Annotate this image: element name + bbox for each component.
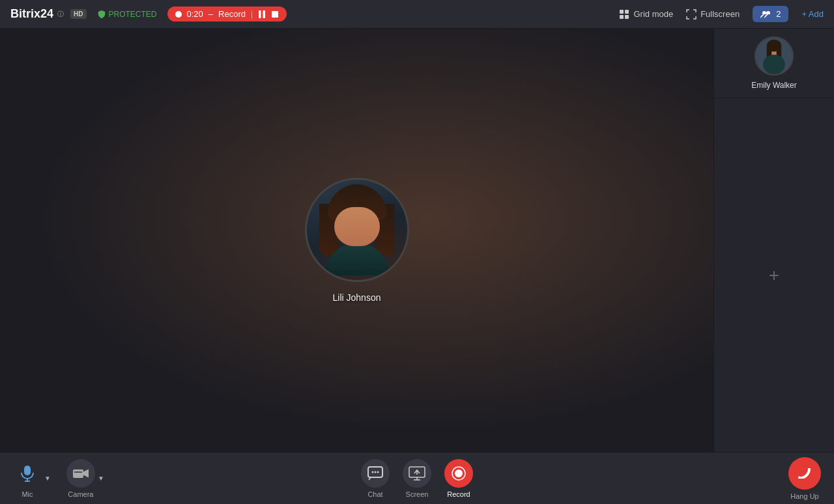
record-dot — [175, 11, 182, 18]
hangup-label: Hang Up — [790, 492, 818, 500]
svg-point-23 — [375, 471, 377, 473]
chat-icon-wrapper — [361, 459, 390, 488]
participants-count: 2 — [776, 9, 781, 19]
main-participant: Lili Johnson — [305, 178, 409, 303]
camera-button[interactable]: Camera — [66, 459, 95, 498]
participant-name: Lili Johnson — [333, 292, 381, 303]
mic-label: Mic — [22, 490, 33, 498]
protected-label: PROTECTED — [109, 10, 157, 19]
main-content: Lili Johnson — [0, 29, 834, 452]
record-label: Record — [218, 9, 246, 19]
topbar-right: Grid mode Fullscreen 2 + Add — [619, 6, 824, 22]
record-button[interactable]: Record — [444, 459, 473, 498]
mic-icon-wrapper — [13, 459, 42, 488]
brand-logo: Bitrix24 ⓘ HD — [10, 7, 87, 21]
svg-rect-1 — [263, 10, 266, 18]
sidebar-participant-emily[interactable]: Emily Walker — [714, 29, 834, 98]
screen-label: Screen — [406, 490, 429, 498]
avatar-person — [324, 184, 390, 275]
mic-arrow-icon[interactable]: ▼ — [44, 475, 51, 482]
record-indicator[interactable]: 0:20 – Record | — [167, 7, 287, 21]
svg-rect-3 — [620, 10, 624, 14]
stop-record-button[interactable] — [271, 10, 279, 18]
topbar: Bitrix24 ⓘ HD PROTECTED 0:20 – Record | — [0, 0, 834, 29]
svg-rect-19 — [73, 469, 83, 478]
camera-label: Camera — [68, 490, 93, 498]
shield-icon — [97, 10, 106, 19]
chat-label: Chat — [367, 490, 382, 498]
add-participant-icon: + — [769, 265, 779, 286]
fullscreen-button[interactable]: Fullscreen — [686, 9, 740, 20]
sidebar-participant-name: Emily Walker — [751, 81, 797, 90]
svg-rect-5 — [620, 15, 624, 19]
svg-rect-16 — [24, 466, 31, 475]
screen-button[interactable]: Screen — [403, 459, 431, 498]
hangup-icon — [788, 457, 821, 490]
svg-rect-6 — [625, 15, 629, 19]
sidebar: Emily Walker + — [713, 29, 834, 452]
grid-mode-button[interactable]: Grid mode — [619, 9, 673, 20]
record-dash: – — [208, 9, 213, 19]
record-btn-label: Record — [447, 490, 470, 498]
fullscreen-label: Fullscreen — [700, 9, 740, 19]
mic-control: Mic ▼ — [13, 459, 51, 498]
brand-info-icon: ⓘ — [57, 10, 64, 19]
hangup-button[interactable]: Hang Up — [788, 457, 821, 500]
participants-button[interactable]: 2 — [753, 6, 788, 22]
record-icon-wrapper — [444, 459, 473, 488]
svg-rect-2 — [272, 11, 278, 18]
mic-button[interactable]: Mic — [13, 459, 42, 498]
svg-point-15 — [763, 55, 785, 74]
screen-icon-wrapper — [403, 459, 431, 488]
bottombar: Mic ▼ Camera ▼ — [0, 452, 834, 504]
camera-arrow-icon[interactable]: ▼ — [98, 475, 104, 482]
record-controls: | — [251, 10, 279, 19]
avatar-face-skin — [334, 207, 380, 246]
svg-point-24 — [377, 471, 379, 473]
participant-avatar — [305, 178, 409, 282]
sidebar-add-button[interactable]: + — [714, 98, 834, 452]
hd-badge: HD — [70, 9, 86, 19]
add-button[interactable]: + Add — [801, 9, 824, 19]
video-area: Lili Johnson — [0, 29, 713, 452]
sidebar-avatar-emily — [755, 36, 794, 76]
avatar-face — [307, 180, 407, 280]
camera-icon-wrapper — [66, 459, 95, 488]
svg-rect-0 — [259, 10, 261, 18]
brand-name: Bitrix24 — [10, 7, 53, 21]
pause-record-button[interactable] — [258, 10, 266, 19]
protected-badge: PROTECTED — [97, 10, 157, 19]
camera-control: Camera ▼ — [66, 459, 104, 498]
record-timer: 0:20 — [187, 9, 203, 19]
sidebar-avatar-image — [756, 38, 792, 74]
svg-point-30 — [455, 469, 463, 477]
grid-mode-label: Grid mode — [633, 9, 673, 19]
chat-button[interactable]: Chat — [361, 459, 390, 498]
svg-rect-4 — [625, 10, 629, 14]
left-controls: Mic ▼ Camera ▼ — [13, 459, 104, 498]
add-label: + Add — [801, 9, 824, 19]
svg-point-22 — [372, 471, 374, 473]
center-controls: Chat Screen Record — [361, 459, 473, 498]
